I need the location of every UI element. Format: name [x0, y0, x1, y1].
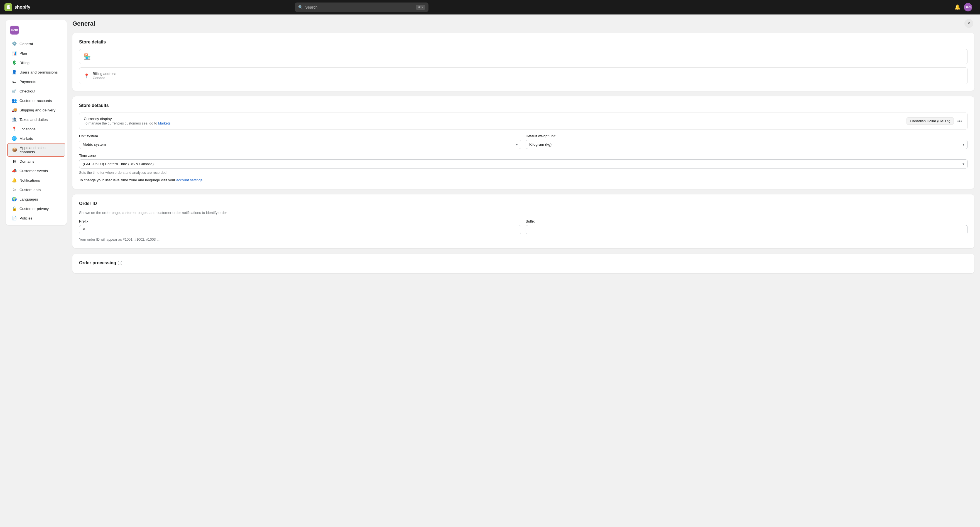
search-icon: 🔍: [298, 5, 303, 10]
policies-icon: 📄: [12, 216, 17, 221]
domains-icon: 🖥: [12, 159, 17, 164]
customer-privacy-icon: 🔒: [12, 206, 17, 211]
billing-address-row[interactable]: 📍 Billing address Canada: [79, 67, 968, 84]
sidebar-item-languages[interactable]: 🌍 Languages: [7, 194, 65, 204]
prefix-input[interactable]: [79, 225, 521, 234]
order-id-description: Shown on the order page, customer pages,…: [79, 210, 968, 215]
notifications-bell-icon[interactable]: 🔔: [955, 4, 961, 10]
timezone-hint: Sets the time for when orders and analyt…: [79, 171, 968, 175]
top-navigation: shopify 🔍 ⌘ K 🔔 Dem: [0, 0, 980, 14]
weight-unit-select[interactable]: Kilogram (kg) Gram (g) Pound (lb) Ounce …: [526, 140, 968, 149]
timezone-select[interactable]: (GMT-05:00) Eastern Time (US & Canada): [79, 159, 968, 169]
sidebar-item-customer-accounts[interactable]: 👥 Customer accounts: [7, 96, 65, 105]
billing-address-value: Canada: [93, 76, 116, 80]
currency-display-label: Currency display: [84, 117, 170, 121]
custom-data-icon: 🗂: [12, 187, 17, 192]
sidebar-label-notifications: Notifications: [19, 178, 40, 182]
account-settings-prefix: To change your user level time zone and …: [79, 178, 175, 182]
sidebar-item-markets[interactable]: 🌐 Markets: [7, 134, 65, 143]
sidebar-item-payments[interactable]: 🏷 Payments: [7, 77, 65, 86]
sidebar-label-users: Users and permissions: [19, 70, 57, 74]
sidebar-profile: Dem: [6, 22, 67, 38]
sidebar-avatar: Dem: [10, 25, 19, 35]
sidebar-item-general[interactable]: ⚙️ General: [7, 39, 65, 48]
unit-system-select[interactable]: Metric system Imperial system: [79, 140, 521, 149]
prefix-label: Prefix: [79, 219, 521, 223]
shopify-logo: shopify: [5, 3, 30, 11]
unit-system-field: Unit system Metric system Imperial syste…: [79, 134, 521, 149]
sidebar-item-locations[interactable]: 📍 Locations: [7, 124, 65, 134]
customer-accounts-icon: 👥: [12, 98, 17, 103]
order-processing-info-icon[interactable]: i: [118, 261, 122, 265]
sidebar-label-checkout: Checkout: [19, 89, 35, 93]
sidebar-label-customer-privacy: Customer privacy: [19, 207, 49, 211]
location-pin-icon: 📍: [84, 73, 89, 78]
search-shortcut: ⌘ K: [416, 5, 425, 10]
languages-icon: 🌍: [12, 197, 17, 202]
checkout-icon: 🛒: [12, 89, 17, 94]
sidebar-label-general: General: [19, 42, 33, 46]
sidebar-item-apps[interactable]: 📦 Apps and sales channels: [7, 143, 65, 156]
weight-unit-field: Default weight unit Kilogram (kg) Gram (…: [526, 134, 968, 149]
search-input[interactable]: [305, 5, 414, 10]
billing-address-label: Billing address: [93, 72, 116, 76]
close-button[interactable]: ×: [964, 19, 973, 28]
general-icon: ⚙️: [12, 41, 17, 46]
sidebar-item-customer-events[interactable]: 📣 Customer events: [7, 166, 65, 175]
suffix-label: Suffix: [526, 219, 968, 223]
sidebar-item-domains[interactable]: 🖥 Domains: [7, 156, 65, 166]
shopify-bag-icon: [5, 3, 12, 11]
users-icon: 👤: [12, 70, 17, 75]
order-id-hint: Your order ID will appear as #1001, #100…: [79, 237, 968, 242]
sidebar-item-checkout[interactable]: 🛒 Checkout: [7, 86, 65, 96]
currency-more-button[interactable]: •••: [956, 118, 963, 125]
sidebar-item-policies[interactable]: 📄 Policies: [7, 213, 65, 223]
sidebar-label-payments: Payments: [19, 80, 36, 84]
timezone-select-wrapper: (GMT-05:00) Eastern Time (US & Canada) ▼: [79, 159, 968, 169]
suffix-field: Suffix: [526, 219, 968, 234]
markets-icon: 🌐: [12, 136, 17, 141]
weight-unit-select-wrapper: Kilogram (kg) Gram (g) Pound (lb) Ounce …: [526, 140, 968, 149]
currency-sub-text: To manage the currencies customers see, …: [84, 121, 170, 125]
locations-icon: 📍: [12, 126, 17, 132]
unit-system-label: Unit system: [79, 134, 521, 138]
store-icon-box: 🏪: [79, 49, 968, 64]
sidebar-label-domains: Domains: [19, 159, 34, 164]
main-content: × General Store details 🏪 📍 Billing addr…: [72, 20, 974, 521]
account-settings-link[interactable]: account settings: [176, 178, 202, 182]
sidebar-label-plan: Plan: [19, 51, 27, 56]
currency-info: Currency display To manage the currencie…: [84, 117, 170, 125]
currency-sub-prefix: To manage the currencies customers see, …: [84, 121, 157, 125]
store-building-icon: 🏪: [84, 53, 91, 60]
sidebar-item-plan[interactable]: 📊 Plan: [7, 48, 65, 58]
sidebar-item-custom-data[interactable]: 🗂 Custom data: [7, 185, 65, 194]
sidebar: Dem ⚙️ General 📊 Plan 💲 Billing 👤 Users …: [6, 20, 67, 225]
unit-system-select-wrapper: Metric system Imperial system ▼: [79, 140, 521, 149]
currency-right: Canadian Dollar (CAD $) •••: [907, 117, 963, 125]
store-details-title: Store details: [79, 40, 968, 45]
sidebar-item-users[interactable]: 👤 Users and permissions: [7, 67, 65, 77]
markets-link[interactable]: Markets: [158, 121, 170, 125]
store-defaults-title: Store defaults: [79, 103, 968, 108]
topnav-right: 🔔 Dem: [955, 3, 975, 11]
order-id-title: Order ID: [79, 201, 968, 206]
timezone-field: Time zone (GMT-05:00) Eastern Time (US &…: [79, 153, 968, 169]
store-defaults-card: Store defaults Currency display To manag…: [72, 96, 974, 189]
sidebar-item-notifications[interactable]: 🔔 Notifications: [7, 175, 65, 185]
store-details-card: Store details 🏪 📍 Billing address Canada: [72, 33, 974, 91]
order-processing-title-text: Order processing: [79, 260, 116, 266]
sidebar-item-customer-privacy[interactable]: 🔒 Customer privacy: [7, 204, 65, 213]
suffix-input[interactable]: [526, 225, 968, 234]
sidebar-label-locations: Locations: [19, 127, 36, 131]
search-bar[interactable]: 🔍 ⌘ K: [295, 3, 428, 12]
timezone-label: Time zone: [79, 153, 968, 158]
user-avatar[interactable]: Dem: [964, 3, 972, 11]
sidebar-item-taxes[interactable]: 🏦 Taxes and duties: [7, 115, 65, 124]
shipping-icon: 🚚: [12, 108, 17, 113]
prefix-field: Prefix: [79, 219, 521, 234]
unit-weight-row: Unit system Metric system Imperial syste…: [79, 134, 968, 149]
logo-text: shopify: [14, 5, 30, 10]
sidebar-label-taxes: Taxes and duties: [19, 118, 48, 122]
sidebar-item-shipping[interactable]: 🚚 Shipping and delivery: [7, 105, 65, 115]
sidebar-item-billing[interactable]: 💲 Billing: [7, 58, 65, 67]
